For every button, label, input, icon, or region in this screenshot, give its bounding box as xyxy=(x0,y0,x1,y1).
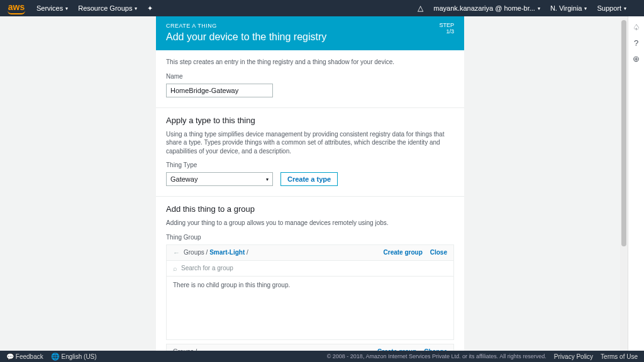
chevron-down-icon: ▾ xyxy=(135,6,137,11)
intro-desc: This step creates an entry in the thing … xyxy=(166,58,454,67)
group-search-placeholder: Search for a group xyxy=(181,265,233,272)
nav-region-label: N. Virginia xyxy=(550,4,582,12)
type-label: Thing Type xyxy=(166,162,454,168)
footer-bar: 💬 Feedback 🌐 English (US) © 2008 - 2018,… xyxy=(0,351,644,362)
nav-resource-groups-label: Resource Groups xyxy=(78,4,132,12)
create-type-label: Create a type xyxy=(287,175,331,183)
group-label: Thing Group xyxy=(166,234,454,241)
wizard-card: CREATE A THING Add your device to the th… xyxy=(156,16,464,351)
wizard-step-num: 1/3 xyxy=(439,29,454,35)
page-body: CREATE A THING Add your device to the th… xyxy=(0,16,620,351)
nav-region[interactable]: N. Virginia ▾ xyxy=(550,4,587,12)
type-desc: Using a thing type simplifies device man… xyxy=(166,130,454,156)
aws-logo[interactable]: aws xyxy=(8,3,25,14)
group-empty-message: There is no child group in this thing gr… xyxy=(173,282,290,288)
right-icon-rail: ♤ ? ⊕ xyxy=(628,16,644,351)
help-icon[interactable]: ? xyxy=(634,38,638,48)
group-crumb-root[interactable]: Groups xyxy=(184,249,204,256)
thing-type-value: Gateway xyxy=(170,175,197,183)
nav-support-label: Support xyxy=(597,4,621,12)
group-browser: ← Groups / Smart-Light / Create group Cl… xyxy=(166,244,454,340)
feedback-link[interactable]: 💬 Feedback xyxy=(6,353,43,360)
scrollbar[interactable] xyxy=(620,16,628,351)
group-breadcrumb: Groups / Smart-Light / xyxy=(184,249,248,256)
chevron-down-icon: ▾ xyxy=(624,6,626,11)
wizard-kicker: CREATE A THING xyxy=(166,23,454,29)
privacy-link[interactable]: Privacy Policy xyxy=(554,353,593,360)
section-type: Apply a type to this thing Using a thing… xyxy=(156,108,464,197)
aws-logo-smile xyxy=(8,11,25,14)
nav-services[interactable]: Services ▾ xyxy=(36,4,68,12)
name-label: Name xyxy=(166,73,454,80)
chevron-down-icon: ▾ xyxy=(266,177,269,182)
section-group: Add this thing to a group Adding your th… xyxy=(156,197,464,362)
bell-icon[interactable]: ♤ xyxy=(633,23,640,32)
group-search[interactable]: ⌕ Search for a group xyxy=(167,261,453,277)
thing-type-select[interactable]: Gateway ▾ xyxy=(166,172,273,186)
wizard-banner: CREATE A THING Add your device to the th… xyxy=(156,16,464,50)
nav-resource-groups[interactable]: Resource Groups ▾ xyxy=(78,4,137,12)
pin-icon[interactable]: ✦ xyxy=(147,4,153,13)
nav-account-label: mayank.kanazariya @ home-br... xyxy=(433,4,535,12)
chevron-down-icon: ▾ xyxy=(584,6,587,11)
nav-account[interactable]: mayank.kanazariya @ home-br... ▾ xyxy=(433,4,540,12)
settings-icon[interactable]: ⊕ xyxy=(633,54,640,63)
notifications-icon[interactable]: △ xyxy=(418,4,423,13)
nav-services-label: Services xyxy=(36,4,63,12)
search-icon: ⌕ xyxy=(173,265,177,272)
group-crumb-current[interactable]: Smart-Light xyxy=(209,249,245,256)
type-heading: Apply a type to this thing xyxy=(166,116,454,125)
chevron-down-icon: ▾ xyxy=(538,6,540,11)
group-heading: Add this thing to a group xyxy=(166,204,454,214)
group-desc: Adding your thing to a group allows you … xyxy=(166,219,454,228)
chevron-down-icon: ▾ xyxy=(65,6,68,11)
terms-link[interactable]: Terms of Use xyxy=(601,353,638,360)
close-group-link[interactable]: Close xyxy=(430,249,447,256)
footer-copyright: © 2008 - 2018, Amazon Internet Services … xyxy=(327,353,547,359)
back-arrow-icon[interactable]: ← xyxy=(173,249,180,256)
group-browser-body: There is no child group in this thing gr… xyxy=(167,277,453,339)
nav-support[interactable]: Support ▾ xyxy=(597,4,626,12)
wizard-title: Add your device to the thing registry xyxy=(166,31,454,43)
group-browser-header: ← Groups / Smart-Light / Create group Cl… xyxy=(167,245,453,261)
wizard-step: STEP 1/3 xyxy=(439,23,454,35)
create-group-link[interactable]: Create group xyxy=(384,249,423,256)
top-nav: aws Services ▾ Resource Groups ▾ ✦ △ may… xyxy=(0,0,644,16)
scrollbar-thumb[interactable] xyxy=(621,20,626,246)
aws-logo-text: aws xyxy=(8,3,25,11)
section-name: This step creates an entry in the thing … xyxy=(156,50,464,108)
name-input[interactable] xyxy=(166,84,273,97)
language-selector[interactable]: 🌐 English (US) xyxy=(51,353,97,361)
create-type-button[interactable]: Create a type xyxy=(280,172,338,186)
